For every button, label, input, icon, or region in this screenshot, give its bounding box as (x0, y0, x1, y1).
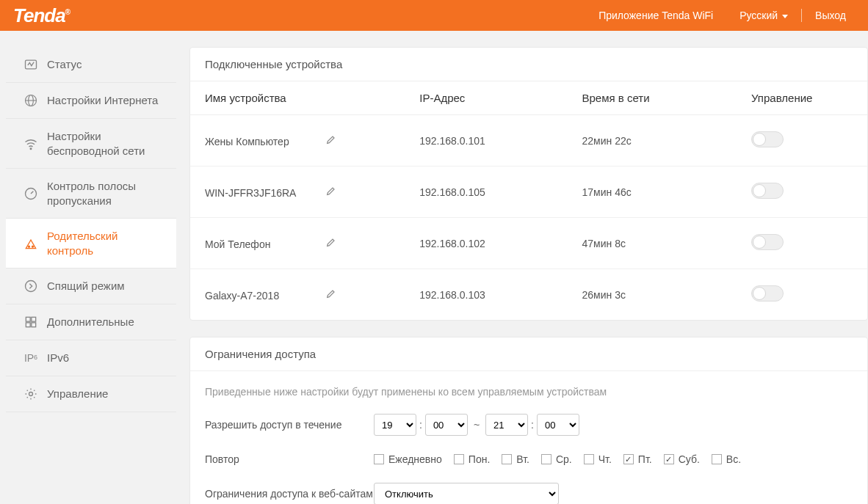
manage-toggle[interactable] (751, 131, 784, 147)
sidebar-item-wifi[interactable]: Настройки беспроводной сети (6, 119, 176, 169)
day-checkbox[interactable]: Пт. (623, 453, 652, 465)
edit-icon[interactable] (325, 185, 337, 197)
day-label: Суб. (679, 453, 700, 465)
sidebar-item-additional[interactable]: Дополнительные (6, 304, 176, 340)
main-layout: Статус Настройки Интернета Настройки бес… (0, 31, 868, 504)
day-label: Чт. (598, 453, 612, 465)
sidebar-item-parental-control[interactable]: Родительский контроль (6, 219, 176, 269)
time-to-min[interactable]: 00 (537, 414, 579, 436)
sidebar-item-label: Статус (47, 57, 82, 72)
col-manage: Управление (745, 81, 867, 115)
wifi-icon (23, 136, 38, 151)
row-repeat: Повтор ЕжедневноПон.Вт.Ср.Чт.Пт.Суб.Вс. (205, 453, 853, 465)
sidebar-item-label: IPv6 (47, 351, 69, 365)
manage-toggle[interactable] (751, 183, 784, 199)
svg-point-4 (30, 147, 32, 149)
time-from-min[interactable]: 00 (425, 414, 468, 436)
app-header: Tenda® Приложение Tenda WiFi Русский Вых… (0, 0, 868, 31)
sidebar-item-label: Дополнительные (47, 315, 134, 329)
svg-point-8 (32, 246, 34, 247)
device-name: Мой Телефон (205, 238, 322, 250)
device-uptime: 26мин 3с (576, 269, 746, 321)
gear-icon (23, 387, 38, 401)
checkbox-icon (664, 454, 674, 464)
day-checkbox[interactable]: Чт. (584, 453, 612, 465)
svg-point-9 (26, 281, 37, 292)
device-name: Galaxy-A7-2018 (205, 290, 322, 302)
sidebar-item-sleep[interactable]: Спящий режим (6, 269, 176, 304)
checkbox-icon (502, 454, 512, 464)
day-label: Вс. (726, 453, 741, 465)
svg-rect-11 (32, 317, 36, 321)
table-row: Жены Компьютер 192.168.0.101 22мин 22с (190, 115, 867, 167)
checkbox-icon (454, 454, 464, 464)
access-restrictions-title: Ограничения доступа (190, 337, 867, 370)
table-row: Мой Телефон 192.168.0.102 47мин 8с (190, 218, 867, 269)
table-row: Galaxy-A7-2018 192.168.0.103 26мин 3с (190, 269, 867, 321)
logout-link[interactable]: Выход (802, 10, 859, 21)
day-label: Пон. (469, 453, 490, 465)
sidebar-item-label: Родительский контроль (47, 229, 164, 258)
sidebar-item-label: Настройки беспроводной сети (47, 129, 164, 158)
day-checkbox[interactable]: Ежедневно (374, 453, 442, 465)
day-label: Пт. (638, 453, 652, 465)
device-ip: 192.168.0.105 (413, 167, 576, 218)
col-ip: IP-Адрес (413, 81, 576, 115)
grid-icon (23, 315, 38, 329)
edit-icon[interactable] (325, 236, 337, 248)
sidebar-item-bandwidth[interactable]: Контроль полосы пропускания (6, 169, 176, 219)
checkbox-icon (584, 454, 594, 464)
allow-time-label: Разрешить доступ в течение (205, 419, 374, 431)
device-uptime: 17мин 46с (576, 167, 746, 218)
day-checkbox[interactable]: Пон. (454, 453, 490, 465)
svg-rect-12 (26, 323, 30, 327)
edit-icon[interactable] (325, 134, 337, 145)
access-restrictions-panel: Ограничения доступа Приведенные ниже нас… (189, 337, 868, 504)
header-right: Приложение Tenda WiFi Русский Выход (585, 9, 859, 22)
parental-icon (23, 236, 38, 251)
connected-devices-title: Подключенные устройства (190, 48, 867, 81)
language-selector[interactable]: Русский (726, 10, 801, 21)
sidebar-item-internet[interactable]: Настройки Интернета (6, 83, 176, 119)
edit-icon[interactable] (325, 288, 337, 299)
day-checkbox[interactable]: Суб. (664, 453, 700, 465)
svg-line-6 (31, 191, 33, 193)
svg-point-14 (29, 392, 33, 396)
web-restrict-label: Ограничения доступа к веб-сайтам (205, 488, 374, 500)
main-content: Подключенные устройства Имя устройства I… (189, 47, 868, 504)
sidebar-item-label: Настройки Интернета (47, 93, 158, 108)
app-link[interactable]: Приложение Tenda WiFi (585, 10, 726, 21)
manage-toggle[interactable] (751, 234, 784, 250)
day-checkbox[interactable]: Вт. (502, 453, 529, 465)
status-icon (23, 57, 38, 72)
col-uptime: Время в сети (576, 81, 746, 115)
access-note: Приведенные ниже настройки будут примене… (205, 379, 853, 398)
manage-toggle[interactable] (751, 285, 784, 302)
brand-logo: Tenda® (13, 4, 70, 27)
sidebar-item-label: Спящий режим (47, 279, 125, 293)
devices-table: Имя устройства IP-Адрес Время в сети Упр… (190, 81, 867, 320)
web-restrict-select[interactable]: Отключить (374, 483, 559, 504)
device-ip: 192.168.0.103 (413, 269, 576, 321)
time-to-hour[interactable]: 21 (485, 414, 528, 436)
sidebar-item-status[interactable]: Статус (6, 47, 176, 83)
checkbox-icon (712, 454, 722, 464)
row-web-restrict: Ограничения доступа к веб-сайтам Отключи… (205, 483, 853, 504)
sidebar: Статус Настройки Интернета Настройки бес… (6, 47, 176, 504)
globe-icon (23, 93, 38, 108)
day-checkbox[interactable]: Ср. (541, 453, 572, 465)
sidebar-item-ipv6[interactable]: IP6 IPv6 (6, 340, 176, 376)
time-from-hour[interactable]: 19 (374, 414, 416, 436)
day-checkbox[interactable]: Вс. (712, 453, 741, 465)
table-row: WIN-JFFR3JF16RA 192.168.0.105 17мин 46с (190, 167, 867, 218)
svg-point-7 (29, 246, 30, 247)
power-icon (23, 279, 38, 293)
device-ip: 192.168.0.101 (413, 115, 576, 167)
col-name: Имя устройства (190, 81, 413, 115)
day-label: Ср. (556, 453, 572, 465)
device-ip: 192.168.0.102 (413, 218, 576, 269)
checkbox-icon (541, 454, 551, 464)
sidebar-item-manage[interactable]: Управление (6, 376, 176, 412)
ipv6-icon: IP6 (23, 351, 38, 365)
repeat-label: Повтор (205, 453, 374, 465)
